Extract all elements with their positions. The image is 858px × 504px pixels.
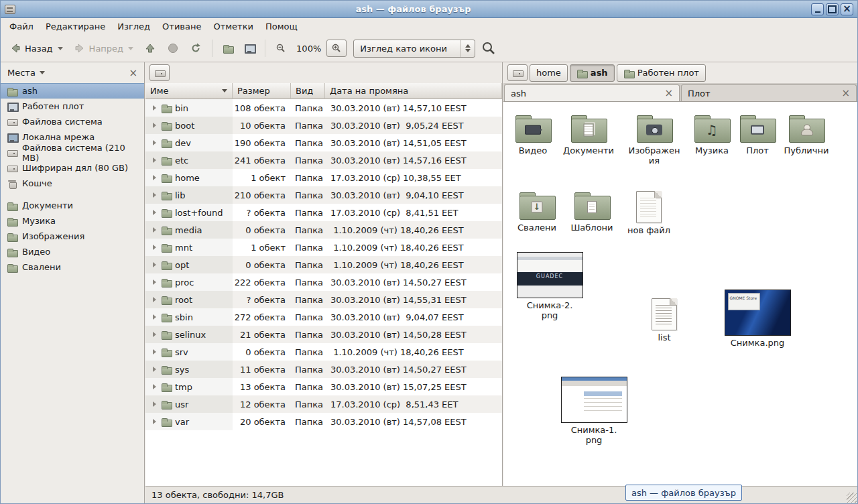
row-expander-icon[interactable]	[153, 419, 156, 424]
menu-item[interactable]: Изглед	[111, 19, 156, 34]
menu-item[interactable]: Отметки	[207, 19, 259, 34]
reload-button[interactable]	[185, 39, 206, 58]
computer-button[interactable]	[239, 40, 259, 57]
sidebar-close-icon[interactable]	[129, 67, 137, 79]
icon-view-item[interactable]: Изображен ия	[626, 113, 682, 166]
menu-item[interactable]: Редактиране	[40, 19, 111, 34]
table-row[interactable]: dev 190 обекта Папка 30.03.2010 (вт) 14,…	[145, 134, 502, 151]
row-expander-icon[interactable]	[153, 332, 156, 337]
maximize-button[interactable]	[826, 3, 839, 15]
sidebar-item[interactable]: Документи	[1, 198, 144, 213]
zoom-out-button[interactable]	[271, 40, 291, 57]
table-row[interactable]: sbin 272 обекта Папка 30.03.2010 (вт) 9,…	[145, 308, 502, 326]
table-row[interactable]: lib 210 обекта Папка 30.03.2010 (вт) 9,0…	[145, 186, 502, 204]
tab-close-icon[interactable]	[664, 87, 673, 99]
row-expander-icon[interactable]	[153, 262, 156, 267]
sidebar-mode-caret-icon[interactable]	[40, 71, 45, 74]
table-row[interactable]: home 1 обект Папка 17.03.2010 (ср) 10,38…	[145, 169, 502, 186]
row-expander-icon[interactable]	[153, 123, 156, 128]
table-row[interactable]: bin 108 обекта Папка 30.03.2010 (вт) 14,…	[145, 99, 502, 117]
back-button[interactable]: Назад	[5, 39, 68, 58]
icon-view-item[interactable]: list	[636, 298, 692, 343]
icon-view-item[interactable]: Снимка-1. png	[559, 377, 629, 446]
row-expander-icon[interactable]	[153, 367, 156, 372]
row-expander-icon[interactable]	[153, 314, 156, 320]
forward-history-caret-icon[interactable]	[128, 47, 133, 50]
root-location-button[interactable]	[149, 64, 170, 81]
table-row[interactable]: sys 11 обекта Папка 30.03.2010 (вт) 14,5…	[145, 361, 502, 378]
table-row[interactable]: mnt 1 обект Папка 1.10.2009 (чт) 18,40,2…	[145, 239, 502, 256]
row-expander-icon[interactable]	[153, 227, 156, 233]
tab[interactable]: ash	[504, 84, 680, 101]
table-row[interactable]: root ? обекта Папка 30.03.2010 (вт) 14,5…	[145, 291, 502, 308]
stop-button[interactable]	[162, 39, 184, 58]
view-mode-select[interactable]: Изглед като икони	[353, 40, 475, 58]
table-row[interactable]: usr 12 обекта Папка 17.03.2010 (ср) 8,51…	[145, 395, 502, 413]
home-button[interactable]	[218, 40, 238, 57]
minimize-button[interactable]	[811, 3, 824, 15]
table-row[interactable]: selinux 21 обекта Папка 30.03.2010 (вт) …	[145, 326, 502, 343]
row-expander-icon[interactable]	[153, 245, 156, 250]
menu-item[interactable]: Помощ	[259, 19, 304, 34]
row-expander-icon[interactable]	[153, 297, 156, 302]
forward-button[interactable]: Напред	[69, 39, 138, 58]
sidebar-item[interactable]: ash	[1, 83, 144, 99]
sidebar-item[interactable]: Кошче	[1, 176, 144, 191]
column-header-type[interactable]: Вид	[291, 83, 325, 99]
row-expander-icon[interactable]	[153, 192, 156, 198]
sidebar-item[interactable]: Свалени	[1, 259, 144, 275]
close-button[interactable]	[841, 3, 853, 15]
tab[interactable]: Плот	[681, 84, 857, 101]
tab-close-icon[interactable]	[841, 87, 850, 99]
back-history-caret-icon[interactable]	[58, 47, 63, 50]
table-row[interactable]: media 0 обекта Папка 1.10.2009 (чт) 18,4…	[145, 221, 502, 239]
table-row[interactable]: tmp 13 обекта Папка 30.03.2010 (вт) 15,0…	[145, 378, 502, 395]
icon-view-item[interactable]: Видео	[505, 113, 561, 156]
row-expander-icon[interactable]	[153, 401, 156, 407]
search-button[interactable]	[477, 38, 501, 59]
row-expander-icon[interactable]	[153, 158, 156, 163]
column-header-size[interactable]: Размер	[233, 83, 291, 99]
icon-view-item[interactable]: Плот	[729, 113, 786, 156]
table-row[interactable]: opt 0 обекта Папка 1.10.2009 (чт) 18,40,…	[145, 256, 502, 273]
column-header-name[interactable]: Име	[145, 83, 233, 99]
row-expander-icon[interactable]	[153, 140, 156, 145]
icon-view-item[interactable]: нов файл	[621, 191, 677, 236]
resize-grip[interactable]	[847, 493, 857, 503]
table-row[interactable]: boot 10 обекта Папка 30.03.2010 (вт) 9,0…	[145, 117, 502, 134]
table-row[interactable]: lost+found ? обекта Папка 17.03.2010 (ср…	[145, 204, 502, 221]
row-expander-icon[interactable]	[153, 279, 156, 285]
sidebar-item[interactable]: Шифриран дял (80 GB)	[1, 160, 144, 176]
icon-view-item[interactable]: Свалени	[509, 190, 565, 233]
row-expander-icon[interactable]	[153, 175, 156, 180]
sidebar-item[interactable]	[1, 191, 144, 198]
sidebar-item[interactable]: Файлова система	[1, 114, 144, 129]
breadcrumb-button[interactable]: ash	[570, 64, 615, 82]
sidebar-item[interactable]: Файлова система (210 MB)	[1, 145, 144, 160]
icon-view-item[interactable]: Снимка.png	[723, 290, 792, 349]
table-row[interactable]: var 20 обекта Папка 30.03.2010 (вт) 14,5…	[145, 413, 502, 430]
table-row[interactable]: etc 241 обекта Папка 30.03.2010 (вт) 14,…	[145, 151, 502, 169]
sidebar-item[interactable]: Музика	[1, 213, 144, 229]
table-row[interactable]: proc 222 обекта Папка 30.03.2010 (вт) 14…	[145, 273, 502, 291]
menu-item[interactable]: Файл	[3, 19, 40, 34]
combo-stepper-icon[interactable]	[461, 40, 475, 57]
icon-view-item[interactable]: Снимка-2. png	[515, 252, 585, 321]
zoom-in-button[interactable]	[326, 40, 347, 57]
icon-view-item[interactable]: Публични	[778, 113, 835, 156]
row-expander-icon[interactable]	[153, 105, 156, 111]
icon-view-item[interactable]: Шаблони	[564, 190, 620, 233]
sidebar-item[interactable]: Видео	[1, 244, 144, 259]
breadcrumb-button[interactable]: Работен плот	[617, 64, 706, 82]
row-expander-icon[interactable]	[153, 349, 156, 355]
breadcrumb-button[interactable]: home	[530, 64, 568, 82]
sidebar-item[interactable]: Работен плот	[1, 99, 144, 114]
row-expander-icon[interactable]	[153, 384, 156, 389]
root-location-button[interactable]	[507, 64, 528, 81]
row-expander-icon[interactable]	[153, 210, 156, 215]
column-header-date[interactable]: Дата на промяна	[325, 83, 502, 99]
table-row[interactable]: srv 0 обекта Папка 1.10.2009 (чт) 18,40,…	[145, 343, 502, 361]
sidebar-item[interactable]: Изображения	[1, 229, 144, 244]
icon-view-item[interactable]: Документи	[560, 113, 617, 156]
menu-item[interactable]: Отиване	[156, 19, 207, 34]
